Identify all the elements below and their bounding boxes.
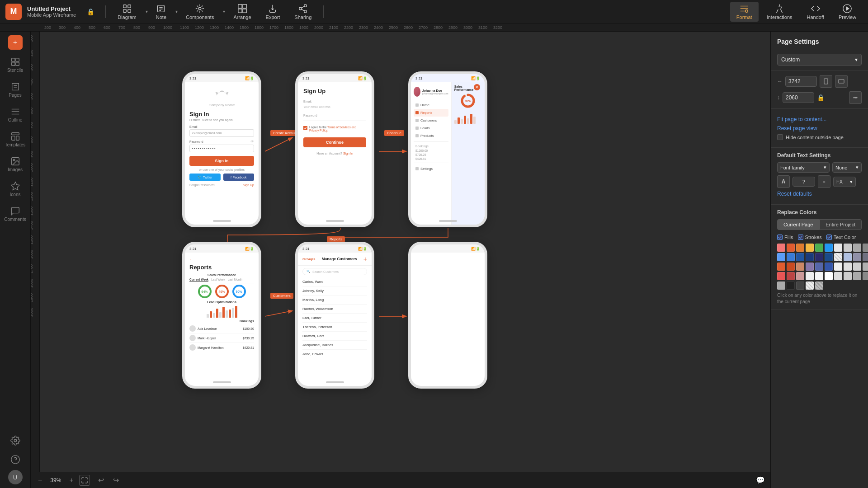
toolbar-diagram[interactable]: Diagram [111,2,143,22]
current-page-tab[interactable]: Current Page [777,219,820,230]
color-swatch[interactable] [863,244,868,252]
color-swatch[interactable] [825,244,833,252]
fit-screen-button[interactable] [79,475,90,486]
device-portrait-icon[interactable] [820,75,832,88]
color-swatch[interactable] [777,244,785,252]
sidebar-item-comments[interactable]: Comments [0,202,30,225]
color-swatch[interactable] [806,272,814,280]
color-swatch[interactable] [815,253,823,261]
signin-button[interactable]: Sign In [189,156,254,166]
reports-tab-week[interactable]: Current Week [189,278,208,282]
color-swatch[interactable] [777,282,785,290]
font-family-select[interactable]: Font family ▾ [777,162,830,173]
font-size-input[interactable] [793,177,815,187]
color-swatch[interactable] [853,244,861,252]
sidebar-item-icons[interactable]: Icons [0,178,30,201]
color-swatch[interactable] [825,253,833,261]
color-swatch[interactable] [863,253,868,261]
color-swatch[interactable] [796,282,804,290]
toolbar-format[interactable]: Format [730,2,759,22]
customer-item[interactable]: Carlos, Ward [302,277,367,286]
undo-button[interactable]: ↩ [97,475,105,485]
sidebar-item-templates[interactable]: Templates [0,128,30,151]
color-swatch[interactable] [844,263,852,271]
signup-signin-link[interactable]: Sign In [343,152,353,155]
toolbar-sharing[interactable]: Sharing [288,2,318,22]
color-swatch[interactable] [863,272,868,280]
color-swatch[interactable] [787,244,795,252]
toolbar-preview[interactable]: Preview [832,2,863,22]
color-swatch[interactable] [815,244,823,252]
hide-content-checkbox[interactable] [777,134,783,140]
sidebar-help-icon[interactable] [8,451,23,468]
strokes-checkbox-item[interactable]: Strokes [798,235,822,240]
dash-menu-leads[interactable]: Leads [414,124,448,132]
fx-select[interactable]: FX ▾ [833,177,856,187]
color-swatch[interactable] [834,253,842,261]
zoom-in-button[interactable]: + [67,475,75,485]
note-arrow-icon[interactable]: ▾ [175,9,178,14]
customer-item[interactable]: Johnny, Kelly [302,286,367,296]
color-swatch[interactable] [796,272,804,280]
color-swatch[interactable] [806,253,814,261]
color-swatch[interactable] [777,263,785,271]
customer-item[interactable]: Theresa, Peterson [302,323,367,332]
color-swatch[interactable] [806,282,814,290]
fills-checkbox-item[interactable]: Fills [777,235,793,240]
color-swatch[interactable] [787,272,795,280]
color-swatch[interactable] [796,253,804,261]
color-swatch[interactable] [815,263,823,271]
color-swatch[interactable] [825,263,833,271]
signin-email-input[interactable]: example@email.com [189,129,254,137]
toolbar-interactions[interactable]: Interactions [760,2,799,22]
toolbar-note[interactable]: Note [150,2,173,22]
color-swatch[interactable] [834,272,842,280]
facebook-button[interactable]: fFacebook [223,174,255,181]
signup-continue-button[interactable]: Continue [303,137,366,147]
width-input[interactable] [785,76,817,87]
color-swatch[interactable] [806,244,814,252]
fit-page-link[interactable]: Fit page to content... [777,116,862,122]
signup-password-input[interactable] [303,118,366,121]
grid-icon[interactable] [849,91,862,104]
customers-search[interactable]: 🔍Search Customers [302,268,367,275]
color-swatch[interactable] [796,244,804,252]
customer-item[interactable]: Martha, Long [302,296,367,305]
color-swatch[interactable] [844,253,852,261]
color-swatch[interactable] [834,263,842,271]
signup-email-input[interactable]: Your email address [303,104,366,110]
dashboard-close-button[interactable]: ✕ [474,84,480,90]
device-landscape-icon[interactable] [835,75,848,88]
color-swatch[interactable] [787,282,795,290]
customers-add-button[interactable]: + [363,255,367,263]
color-swatch[interactable] [844,272,852,280]
signin-signup-link[interactable]: Sign Up [243,183,254,187]
redo-button[interactable]: ↪ [112,475,120,485]
color-swatch[interactable] [853,263,861,271]
user-avatar[interactable]: U [8,470,23,484]
canvas[interactable]: Create Account Continue Reports Customer… [40,32,770,472]
customer-item[interactable]: Earl, Turner [302,314,367,323]
dash-menu-home[interactable]: Home [414,101,448,109]
reports-tab-lastweek[interactable]: Last Week [211,278,225,282]
color-swatch[interactable] [777,272,785,280]
dash-menu-customers[interactable]: Customers [414,117,448,124]
diagram-arrow-icon[interactable]: ▾ [146,9,148,14]
sidebar-item-outline[interactable]: Outline [0,103,30,126]
signup-terms-checkbox[interactable] [303,126,307,130]
color-swatch[interactable] [796,263,804,271]
add-button[interactable]: + [8,35,23,50]
toolbar-components[interactable]: Components [179,2,220,22]
reset-defaults-link[interactable]: Reset defaults [777,191,862,197]
strokes-checkbox[interactable] [798,235,803,240]
sidebar-item-pages[interactable]: Pages [0,78,30,101]
lock-dimensions-icon[interactable]: 🔒 [817,94,825,101]
toolbar-handoff[interactable]: Handoff [801,2,830,22]
color-swatch[interactable] [844,244,852,252]
preset-dropdown[interactable]: Custom ▾ [777,54,862,66]
color-swatch[interactable] [863,263,868,271]
color-swatch[interactable] [787,253,795,261]
color-swatch[interactable] [834,244,842,252]
signin-password-input[interactable]: •••••••••••• [189,145,254,152]
color-swatch[interactable] [853,272,861,280]
